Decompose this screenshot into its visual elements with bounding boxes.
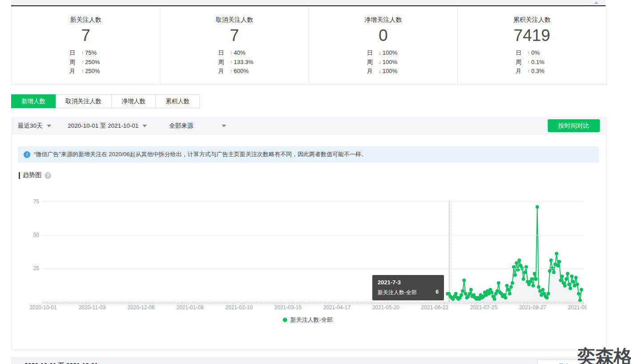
compare-by-time-button[interactable]: 按时间对比 — [548, 119, 600, 132]
range-select[interactable]: 最近30天 — [18, 117, 51, 135]
gridline — [42, 268, 583, 269]
x-axis-tick-label: 2021-05-20 — [368, 304, 403, 311]
period-label: 周 — [367, 58, 379, 67]
period-label: 月 — [69, 67, 81, 76]
x-axis-tick-label: 2021-07-25 — [466, 304, 501, 311]
stat-rows: 日↓100% 周↓100% 月↓100% — [309, 49, 457, 76]
trend-arrow-icon: ↑ — [81, 50, 84, 56]
trend-arrow-icon: ↓ — [379, 68, 381, 74]
stat-row-week: 周↓100% — [367, 58, 457, 67]
filter-bar: 最近30天 2020-10-01 至 2021-10-01 全部来源 按时间对比 — [11, 117, 606, 135]
period-label: 月 — [367, 67, 379, 76]
x-axis-tick-label: 2021-01-08 — [172, 304, 208, 311]
chevron-down-icon — [142, 125, 147, 127]
chart-tooltip: 2021-7-3 新关注人数-全部 6 — [372, 275, 444, 300]
stat-title: 累积关注人数 — [458, 16, 606, 24]
trend-arrow-icon: ↑ — [230, 59, 232, 65]
trend-arrow-icon: ↑ — [230, 50, 232, 56]
stat-value: 7 — [160, 27, 309, 44]
percent-value: 0.3% — [531, 68, 545, 74]
percent-value: 0.1% — [531, 59, 545, 65]
stat-row-week: 周↑0.1% — [516, 58, 606, 67]
percent-value: 40% — [234, 49, 245, 56]
period-label: 日 — [69, 49, 81, 58]
help-icon[interactable]: ? — [45, 172, 51, 179]
gridline — [42, 202, 583, 202]
x-axis-tick-label: 2020-10-01 — [29, 304, 61, 311]
percent-value: 600% — [234, 68, 248, 74]
stat-title: 取消关注人数 — [160, 16, 309, 24]
trend-title: 趋势图 — [23, 171, 41, 179]
stat-row-day: 日↑0% — [516, 49, 606, 58]
stat-row-week: 周↑250% — [69, 58, 160, 67]
period-label: 月 — [218, 67, 230, 76]
trend-arrow-icon: ↑ — [527, 68, 530, 74]
source-select[interactable]: 全部来源 — [169, 117, 226, 135]
trend-chart[interactable]: 2550752020-10-012020-11-032020-12-062021… — [29, 191, 586, 318]
x-axis-tick-label: 2021-02-10 — [221, 304, 257, 311]
stat-row-day: 日↑75% — [69, 49, 160, 58]
date-range-value: 2020-10-01 至 2021-10-01 — [68, 122, 138, 130]
stat-row-month: 月↑250% — [69, 67, 160, 76]
tooltip-date: 2021-7-3 — [378, 279, 439, 286]
tab-new-followers[interactable]: 新增人数 — [11, 94, 56, 108]
stat-value: 7419 — [458, 27, 606, 44]
section-marker — [19, 172, 20, 179]
date-range-picker[interactable]: 2020-10-01 至 2021-10-01 — [68, 117, 147, 135]
trend-arrow-icon: ↑ — [527, 50, 530, 56]
trend-header: 趋势图 ? — [19, 171, 51, 179]
stat-title: 净增关注人数 — [309, 16, 457, 24]
stat-row-month: 月↓100% — [367, 67, 457, 76]
period-label: 日 — [218, 49, 230, 58]
gridline — [42, 235, 583, 235]
user-analysis-page: 新关注人数 7 日↑75% 周↑250% 月↑250% 取消关注人数 7 日↑4… — [0, 0, 631, 364]
tab-net-growth[interactable]: 净增人数 — [111, 94, 156, 108]
stat-rows: 日↑40% 周↑133.3% 月↑600% — [160, 49, 309, 76]
detail-date-range: 2020-10-01 至 2021-10-01 — [24, 362, 98, 364]
detail-table-header: 2020-10-01 至 2021-10-01 导出Excel — [11, 357, 606, 364]
period-label: 周 — [516, 58, 527, 67]
x-axis-tick-label: 2020-11-03 — [74, 304, 110, 311]
y-axis-tick-label: 25 — [29, 265, 39, 271]
period-label: 周 — [218, 58, 230, 67]
period-label: 日 — [516, 49, 527, 58]
scroll-up-arrow-icon[interactable] — [594, 1, 598, 4]
percent-value: 100% — [383, 68, 397, 74]
trend-arrow-icon: ↑ — [527, 59, 530, 65]
x-axis-tick-label: 2021-09-29 — [564, 304, 586, 311]
chevron-down-icon — [222, 125, 226, 127]
source-select-value: 全部来源 — [169, 122, 193, 130]
chevron-down-icon — [47, 125, 51, 127]
top-strip — [11, 0, 606, 6]
period-label: 周 — [69, 58, 81, 67]
trend-arrow-icon: ↓ — [379, 50, 381, 56]
stat-card-unfollowers: 取消关注人数 7 日↑40% 周↑133.3% 月↑600% — [160, 6, 309, 85]
tab-unfollowers[interactable]: 取消关注人数 — [55, 94, 112, 108]
hover-indicator-line — [449, 201, 449, 302]
stat-row-day: 日↑40% — [218, 49, 309, 58]
trend-arrow-icon: ↑ — [81, 68, 84, 74]
chart-legend: 新关注人数-全部 — [29, 316, 586, 324]
stat-rows: 日↑0% 周↑0.1% 月↑0.3% — [458, 49, 606, 76]
x-axis-tick-label: 2021-06-22 — [417, 304, 452, 311]
stat-value: 0 — [309, 27, 457, 44]
y-axis-tick-label: 75 — [29, 198, 39, 205]
watermark: 奕森格 — [577, 344, 631, 364]
stat-row-month: 月↑600% — [218, 67, 309, 76]
x-axis-tick-label: 2021-03-15 — [270, 304, 306, 311]
stat-value: 7 — [12, 27, 160, 44]
trend-arrow-icon: ↑ — [230, 68, 232, 74]
tooltip-series-name: 新关注人数-全部 — [378, 289, 417, 296]
legend-dot-icon — [283, 318, 287, 322]
period-label: 月 — [516, 67, 527, 76]
trend-arrow-icon: ↓ — [379, 59, 381, 65]
stat-row-month: 月↑0.3% — [516, 67, 606, 76]
percent-value: 100% — [383, 59, 397, 65]
percent-value: 250% — [85, 59, 100, 65]
percent-value: 100% — [383, 49, 397, 56]
stat-row-day: 日↓100% — [367, 49, 457, 58]
notice-text: “微信广告”来源的新增关注在 2020/06起从其他中拆分给出，计算方式与广告主… — [34, 150, 367, 158]
tab-cumulative[interactable]: 累积人数 — [155, 94, 200, 108]
percent-value: 75% — [85, 49, 97, 56]
legend-label[interactable]: 新关注人数-全部 — [290, 316, 333, 324]
